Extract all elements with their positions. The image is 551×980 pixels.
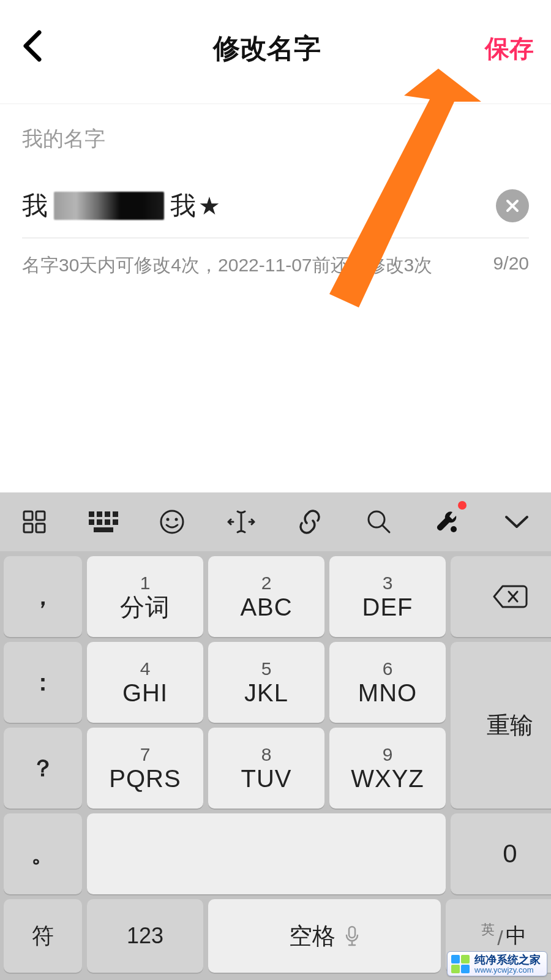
key-symbol[interactable]: 符 [4, 899, 82, 973]
chevron-left-icon [21, 30, 45, 62]
star-icon: ★ [198, 192, 220, 220]
back-button[interactable] [17, 24, 49, 74]
key-comma[interactable]: ， [4, 556, 82, 637]
text-cursor-icon [227, 509, 255, 535]
ime-keyboard: ， 1分词 2ABC 3DEF ： 4GHI 5JKL 6MNO 重输 ？ 7P… [0, 492, 551, 980]
smile-icon [159, 509, 185, 535]
clear-input-button[interactable] [496, 189, 529, 222]
key-reinput[interactable]: 重输 [451, 642, 551, 809]
field-label: 我的名字 [22, 125, 529, 153]
key-4[interactable]: 4GHI [87, 642, 203, 723]
notification-dot-icon [458, 501, 467, 510]
svg-rect-9 [89, 519, 94, 525]
key-8[interactable]: 8TUV [208, 728, 324, 809]
key-voice[interactable] [87, 813, 446, 894]
keyboard-toolbar [0, 492, 551, 551]
svg-rect-5 [89, 511, 94, 517]
svg-rect-12 [113, 519, 118, 525]
toolbar-emoji-button[interactable] [138, 492, 207, 551]
redacted-segment [54, 192, 164, 220]
backspace-icon [492, 584, 528, 609]
svg-rect-13 [94, 527, 113, 532]
watermark-url: www.ycwjzy.com [474, 966, 541, 974]
key-colon[interactable]: ： [4, 642, 82, 723]
name-text-suffix: 我 [170, 189, 196, 223]
keyboard-layout-icon [89, 511, 118, 532]
svg-point-19 [451, 526, 457, 532]
toolbar-cursor-button[interactable] [207, 492, 276, 551]
svg-rect-10 [97, 519, 102, 525]
key-5[interactable]: 5JKL [208, 642, 324, 723]
watermark-title: 纯净系统之家 [474, 954, 541, 966]
toolbar-search-button[interactable] [345, 492, 414, 551]
char-counter: 9/20 [493, 253, 529, 278]
watermark: 纯净系统之家 www.ycwjzy.com [447, 951, 547, 976]
chevron-down-icon [504, 513, 530, 530]
grid-icon [22, 510, 47, 534]
svg-point-14 [161, 511, 183, 533]
svg-rect-1 [24, 511, 32, 520]
key-question[interactable]: ？ [4, 728, 82, 809]
toolbar-settings-button[interactable] [413, 492, 482, 551]
save-button[interactable]: 保存 [485, 32, 534, 66]
key-6[interactable]: 6MNO [329, 642, 446, 723]
name-input-row[interactable]: 我 我 ★ [22, 183, 529, 238]
key-numeric[interactable]: 123 [87, 899, 203, 973]
key-2[interactable]: 2ABC [208, 556, 324, 637]
svg-rect-20 [349, 927, 355, 938]
toolbar-keyboard-layout-button[interactable] [69, 492, 138, 551]
key-9[interactable]: 9WXYZ [329, 728, 446, 809]
svg-point-16 [175, 518, 178, 521]
svg-line-18 [383, 526, 389, 532]
link-icon [297, 508, 323, 535]
toolbar-collapse-button[interactable] [482, 492, 552, 551]
key-space[interactable]: 空格 [208, 899, 441, 973]
key-1[interactable]: 1分词 [87, 556, 203, 637]
svg-rect-8 [113, 511, 118, 517]
close-icon [506, 199, 519, 213]
svg-rect-2 [36, 511, 45, 520]
edit-limit-hint: 名字30天内可修改4次，2022-11-07前还可修改3次 [22, 253, 432, 278]
name-text-prefix: 我 [22, 189, 48, 223]
key-backspace[interactable] [451, 556, 551, 637]
toolbar-clipboard-button[interactable] [276, 492, 345, 551]
watermark-logo-icon [451, 955, 471, 974]
key-3[interactable]: 3DEF [329, 556, 446, 637]
svg-point-15 [167, 518, 170, 521]
wrench-icon [434, 508, 461, 535]
microphone-icon [344, 925, 360, 946]
name-input[interactable]: 我 我 ★ [22, 189, 220, 223]
svg-rect-7 [105, 511, 110, 517]
svg-rect-4 [36, 524, 45, 532]
key-7[interactable]: 7PQRS [87, 728, 203, 809]
key-period[interactable]: 。 [4, 813, 82, 894]
page-title: 修改名字 [213, 31, 321, 67]
svg-rect-11 [105, 519, 110, 525]
svg-rect-6 [97, 511, 102, 517]
svg-rect-3 [24, 524, 32, 532]
key-0[interactable]: 0 [451, 813, 551, 894]
toolbar-grid-button[interactable] [0, 492, 69, 551]
search-icon [366, 509, 392, 535]
